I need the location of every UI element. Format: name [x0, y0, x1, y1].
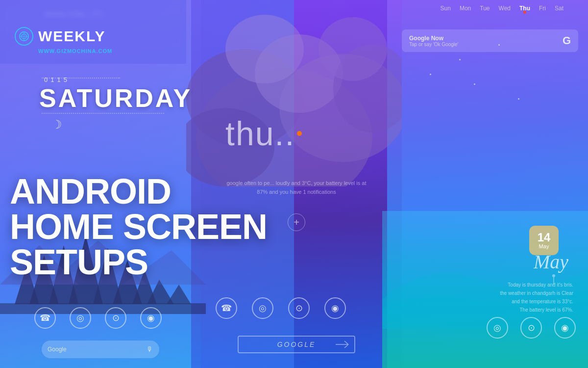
main-container: Saturday 16 May | 27°c 0115 SATURDAY ☽ ☎… — [0, 0, 588, 368]
center-plus-button[interactable]: + — [288, 213, 305, 231]
cal-day-tue: Tue — [480, 5, 490, 12]
cal-day-sat: Sat — [555, 5, 564, 12]
cal-day-wed: Wed — [499, 5, 511, 12]
search-label: Google — [48, 346, 147, 353]
left-phone-day: SATURDAY — [39, 83, 192, 113]
main-title: ANDROID HOME SCREEN SETUPS — [10, 174, 279, 280]
main-title-line2: SETUPS — [10, 244, 279, 280]
phone-call-icon[interactable]: ☎ — [34, 307, 56, 329]
whatsapp-icon[interactable]: ◉ — [140, 307, 162, 329]
orange-dot — [297, 131, 302, 136]
logo-icon — [15, 27, 33, 46]
right-phone-icons: ◎ ⊙ ◉ — [487, 317, 576, 339]
center-day-text: thu.. — [225, 113, 302, 153]
right-chrome-icon[interactable]: ◎ — [487, 317, 508, 339]
calendar-days-row: Sun Mon Tue Wed Thu Fri Sat — [407, 5, 573, 12]
google-now-sub: Tap or say 'Ok Google' — [409, 42, 459, 47]
google-now-label: Google Now — [409, 35, 459, 42]
right-description: Today is thursday and it's bris. the wea… — [475, 272, 573, 314]
phone-right: Sun Mon Tue Wed Thu Fri Sat Google Now T… — [392, 0, 588, 368]
svg-line-24 — [344, 341, 348, 344]
svg-line-25 — [344, 344, 348, 348]
right-camera-icon[interactable]: ⊙ — [520, 317, 542, 339]
logo-text: WEEKLY — [38, 28, 106, 45]
center-camera-icon[interactable]: ⊙ — [288, 297, 310, 319]
center-phone-icons: ☎ ◎ ⊙ ◉ — [216, 297, 346, 319]
mic-icon: 🎙 — [147, 345, 153, 353]
left-phone-time: 0115 — [44, 76, 70, 83]
cal-day-thu: Thu — [519, 5, 530, 12]
moon-icon: ☽ — [51, 118, 62, 131]
cal-day-fri: Fri — [539, 5, 546, 12]
badge-number: 14 — [538, 232, 551, 243]
main-title-line1: ANDROID HOME SCREEN — [10, 174, 279, 244]
right-calendar: Sun Mon Tue Wed Thu Fri Sat — [407, 5, 573, 12]
google-now-bar[interactable]: Google Now Tap or say 'Ok Google' G — [402, 29, 578, 52]
dotted-line-bottom — [42, 113, 164, 114]
may-label: May — [534, 250, 568, 273]
logo-area: WEEKLY — [15, 27, 106, 46]
center-chrome-icon[interactable]: ◎ — [252, 297, 273, 319]
chrome-icon[interactable]: ◎ — [70, 307, 91, 329]
logo-url: WWW.GIZMOCHINA.COM — [38, 48, 112, 54]
cal-day-sun: Sun — [441, 5, 451, 12]
camera-icon[interactable]: ⊙ — [105, 307, 126, 329]
cal-day-mon: Mon — [460, 5, 471, 12]
google-g-icon: G — [563, 34, 571, 47]
left-search-bar[interactable]: Google 🎙 — [42, 341, 159, 358]
center-google-bar[interactable]: GOOGLE — [238, 336, 355, 353]
left-phone-icons: ☎ ◎ ⊙ ◉ — [34, 307, 162, 329]
badge-month: May — [539, 243, 549, 249]
center-call-icon[interactable]: ☎ — [216, 297, 237, 319]
right-whatsapp-icon[interactable]: ◉ — [554, 317, 576, 339]
center-whatsapp-icon[interactable]: ◉ — [324, 297, 346, 319]
google-now-text-group: Google Now Tap or say 'Ok Google' — [409, 35, 459, 47]
